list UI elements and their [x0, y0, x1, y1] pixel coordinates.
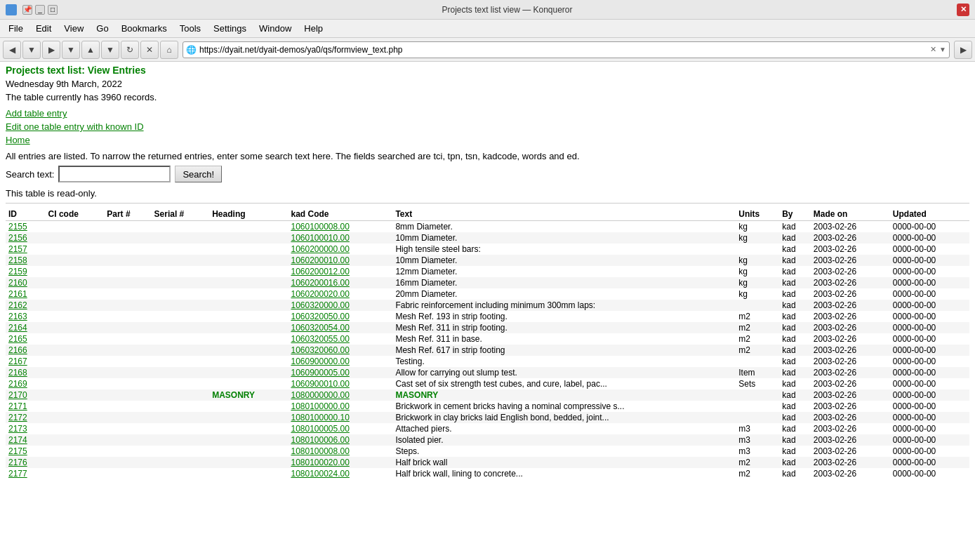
menu-bookmarks[interactable]: Bookmarks — [116, 22, 173, 35]
run-button[interactable]: ▶ — [954, 41, 972, 59]
table-row: 21611060200020.0020mm Diameter.kgkad2003… — [6, 288, 969, 300]
up-dropdown-button[interactable]: ▼ — [101, 41, 119, 59]
table-cell[interactable]: 1060900005.00 — [288, 367, 392, 378]
table-cell[interactable]: 2176 — [6, 457, 46, 468]
search-input[interactable] — [58, 166, 171, 182]
address-clear-button[interactable]: ✕ — [930, 45, 936, 54]
table-cell[interactable]: 2167 — [6, 356, 46, 367]
table-cell: kad — [779, 333, 811, 345]
table-cell[interactable]: 2171 — [6, 401, 46, 412]
table-cell[interactable]: 2174 — [6, 434, 46, 446]
table-cell: 0000-00-00 — [890, 356, 969, 367]
table-row: 21681060900005.00Allow for carrying out … — [6, 367, 969, 378]
search-label: Search text: — [6, 169, 54, 180]
table-cell[interactable]: 2157 — [6, 244, 46, 255]
back-button[interactable]: ◀ — [3, 41, 21, 59]
address-input[interactable] — [199, 45, 927, 55]
table-cell[interactable]: 1080100024.00 — [288, 468, 392, 479]
table-cell[interactable]: 1060200000.00 — [288, 244, 392, 255]
table-cell: Mesh Ref. 193 in strip footing. — [392, 311, 736, 322]
reload-button[interactable]: ↻ — [121, 41, 139, 59]
table-cell[interactable]: 1060100008.00 — [288, 221, 392, 233]
menu-file[interactable]: File — [3, 22, 29, 35]
col-code: kad Code — [288, 208, 392, 221]
table-cell[interactable]: 2161 — [6, 288, 46, 300]
table-cell[interactable]: 1060320000.00 — [288, 300, 392, 311]
table-cell[interactable]: 1060100010.00 — [288, 232, 392, 244]
table-cell[interactable]: 1060900000.00 — [288, 356, 392, 367]
table-cell[interactable]: 1060320060.00 — [288, 345, 392, 356]
add-entry-link[interactable]: Add table entry — [6, 108, 969, 119]
menu-help[interactable]: Help — [298, 22, 329, 35]
table-cell[interactable]: 2163 — [6, 311, 46, 322]
table-cell[interactable]: 1080100006.00 — [288, 434, 392, 446]
table-cell[interactable]: 2164 — [6, 322, 46, 333]
table-cell[interactable]: 1060320054.00 — [288, 322, 392, 333]
table-cell[interactable]: 2172 — [6, 412, 46, 423]
table-cell[interactable]: 1080100005.00 — [288, 423, 392, 434]
table-cell[interactable]: 1060320055.00 — [288, 333, 392, 345]
table-cell: kg — [736, 266, 779, 277]
table-cell[interactable]: 1080000000.00 — [288, 389, 392, 401]
table-cell: Brickwork in cement bricks having a nomi… — [392, 401, 736, 412]
table-cell[interactable]: 1080100000.00 — [288, 401, 392, 412]
table-cell[interactable]: 2156 — [6, 232, 46, 244]
table-cell[interactable]: 2158 — [6, 255, 46, 266]
table-cell[interactable]: 1080100000.10 — [288, 412, 392, 423]
table-cell[interactable]: 2159 — [6, 266, 46, 277]
table-cell: kad — [779, 412, 811, 423]
menu-tools[interactable]: Tools — [174, 22, 206, 35]
table-cell[interactable]: 1080100020.00 — [288, 457, 392, 468]
table-cell[interactable]: 2160 — [6, 277, 46, 288]
forward-button[interactable]: ▶ — [42, 41, 60, 59]
table-cell[interactable]: 2162 — [6, 300, 46, 311]
table-cell[interactable]: 1060320050.00 — [288, 311, 392, 322]
table-cell[interactable]: 2155 — [6, 221, 46, 233]
search-button[interactable]: Search! — [175, 166, 222, 182]
table-cell: 2003-02-26 — [811, 367, 890, 378]
menu-edit[interactable]: Edit — [30, 22, 57, 35]
table-cell[interactable]: 1060200012.00 — [288, 266, 392, 277]
table-cell — [209, 322, 288, 333]
table-cell[interactable]: 2175 — [6, 446, 46, 457]
minimize-button[interactable]: _ — [35, 5, 45, 15]
table-cell[interactable]: 2173 — [6, 423, 46, 434]
table-cell: kad — [779, 221, 811, 233]
table-cell[interactable]: 2165 — [6, 333, 46, 345]
table-cell: 0000-00-00 — [890, 232, 969, 244]
menu-settings[interactable]: Settings — [208, 22, 252, 35]
table-cell — [46, 356, 105, 367]
home-link[interactable]: Home — [6, 135, 969, 145]
menu-view[interactable]: View — [58, 22, 89, 35]
stop-button[interactable]: ✕ — [140, 41, 159, 59]
table-cell: Brickwork in clay bricks laid English bo… — [392, 412, 736, 423]
table-cell: 2003-02-26 — [811, 434, 890, 446]
table-cell: kad — [779, 300, 811, 311]
back-history-button[interactable]: ▼ — [22, 41, 41, 59]
table-cell[interactable]: 1060200010.00 — [288, 255, 392, 266]
table-cell[interactable]: 2169 — [6, 378, 46, 389]
table-cell[interactable]: 2177 — [6, 468, 46, 479]
table-row: 21581060200010.0010mm Diameter.kgkad2003… — [6, 255, 969, 266]
forward-history-button[interactable]: ▼ — [62, 41, 80, 59]
maximize-button[interactable]: □ — [48, 5, 58, 15]
close-button[interactable]: ✕ — [957, 4, 969, 16]
table-cell[interactable]: 2170 — [6, 389, 46, 401]
menu-go[interactable]: Go — [91, 22, 114, 35]
table-cell[interactable]: 2168 — [6, 367, 46, 378]
col-by: By — [779, 208, 811, 221]
table-cell[interactable]: 1060200016.00 — [288, 277, 392, 288]
table-cell: 2003-02-26 — [811, 468, 890, 479]
home-button[interactable]: ⌂ — [160, 41, 178, 59]
table-cell: kad — [779, 389, 811, 401]
up-button[interactable]: ▲ — [81, 41, 100, 59]
table-cell[interactable]: 1060900010.00 — [288, 378, 392, 389]
table-cell[interactable]: 1060200020.00 — [288, 288, 392, 300]
pin-button[interactable]: 📌 — [22, 5, 32, 15]
menu-window[interactable]: Window — [253, 22, 297, 35]
table-cell[interactable]: 1080100008.00 — [288, 446, 392, 457]
edit-entry-link[interactable]: Edit one table entry with known ID — [6, 121, 969, 132]
table-cell — [104, 434, 151, 446]
address-dropdown-button[interactable]: ▼ — [939, 46, 946, 53]
table-cell[interactable]: 2166 — [6, 345, 46, 356]
